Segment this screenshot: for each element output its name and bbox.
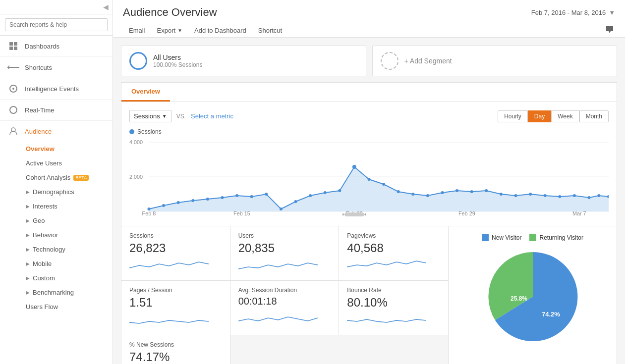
svg-point-29 (352, 165, 356, 169)
audience-sub-nav: Overview Active Users Cohort Analysis BE… (0, 142, 113, 314)
stat-session-duration-value: 00:01:18 (238, 296, 331, 307)
stats-and-pie: Sessions 26,823 Users 20,835 Pageviews 4… (121, 226, 617, 364)
chart-section: Sessions ▼ VS. Select a metric Hourly Da… (121, 102, 617, 226)
svg-rect-1 (14, 42, 17, 46)
sidebar-item-behavior[interactable]: ▶ Behavior (0, 228, 113, 242)
technology-label: Technology (33, 246, 65, 253)
sidebar-item-interests[interactable]: ▶ Interests (0, 199, 113, 213)
stat-pages-session-label: Pages / Session (129, 287, 222, 294)
search-input[interactable] (5, 18, 108, 31)
sidebar-item-users-flow[interactable]: Users Flow (0, 300, 113, 314)
svg-text:Mar 7: Mar 7 (572, 210, 586, 216)
email-button[interactable]: Email (123, 24, 151, 37)
svg-point-22 (250, 195, 253, 198)
users-flow-label: Users Flow (26, 303, 58, 311)
new-visitor-legend: New Visitor (482, 234, 521, 241)
svg-text:4,000: 4,000 (129, 139, 143, 145)
sidebar: ◀ Dashboards ⟵ Shortcuts Intelligence Ev… (0, 0, 113, 364)
all-users-name: All Users (153, 53, 202, 61)
svg-text:2,000: 2,000 (129, 174, 143, 180)
all-users-segment[interactable]: All Users 100.00% Sessions (121, 46, 366, 76)
add-to-dashboard-button[interactable]: Add to Dashboard (188, 24, 252, 37)
sidebar-item-custom[interactable]: ▶ Custom (0, 271, 113, 285)
svg-point-6 (10, 106, 17, 113)
sidebar-item-shortcuts[interactable]: ⟵ Shortcuts (0, 57, 113, 78)
svg-point-16 (162, 204, 165, 207)
demographics-arrow-icon: ▶ (26, 189, 30, 195)
bounce-rate-sparkline (347, 312, 426, 327)
svg-point-40 (514, 194, 517, 197)
stat-pageviews-label: Pageviews (347, 232, 440, 239)
sidebar-item-active-users[interactable]: Active Users (0, 156, 113, 170)
svg-point-46 (597, 194, 600, 197)
segment-bar: All Users 100.00% Sessions + Add Segment (121, 46, 617, 76)
real-time-icon (8, 104, 19, 115)
sidebar-item-real-time[interactable]: Real-Time (0, 100, 113, 121)
sidebar-item-intelligence-events[interactable]: Intelligence Events (0, 78, 113, 100)
returning-visitor-legend: Returning Visitor (529, 234, 583, 241)
behavior-label: Behavior (33, 231, 58, 239)
geo-arrow-icon: ▶ (26, 218, 30, 223)
session-duration-sparkline (238, 310, 318, 325)
sidebar-item-geo[interactable]: ▶ Geo (0, 213, 113, 228)
stat-pages-session: Pages / Session 1.51 (121, 281, 230, 335)
svg-point-44 (573, 194, 576, 197)
month-btn[interactable]: Month (579, 110, 609, 122)
shortcuts-icon: ⟵ (8, 62, 19, 73)
sidebar-item-demographics[interactable]: ▶ Demographics (0, 185, 113, 199)
custom-label: Custom (33, 274, 55, 282)
tab-bar: Overview (121, 82, 617, 102)
pie-legend: New Visitor Returning Visitor (482, 234, 583, 241)
sidebar-item-technology[interactable]: ▶ Technology (0, 242, 113, 257)
chart-wrapper: 4,000 2,000 (129, 137, 609, 218)
benchmarking-label: Benchmarking (33, 289, 74, 296)
date-range-selector[interactable]: Feb 7, 2016 - Mar 8, 2016 ▼ (531, 9, 615, 16)
add-segment[interactable]: + Add Segment (372, 46, 618, 76)
svg-point-18 (191, 199, 194, 202)
tab-overview[interactable]: Overview (121, 83, 170, 102)
sidebar-item-audience[interactable]: Audience (0, 121, 113, 142)
audience-icon (8, 126, 19, 137)
beta-badge: BETA (73, 175, 89, 181)
export-button[interactable]: Export ▼ (151, 24, 188, 37)
svg-point-31 (382, 183, 385, 186)
stat-new-sessions: % New Sessions 74.17% (121, 335, 230, 364)
page-title: Audience Overview (123, 6, 217, 19)
collapse-icon[interactable]: ◀ (103, 3, 109, 11)
stat-new-sessions-value: 74.17% (129, 350, 222, 364)
day-btn[interactable]: Day (528, 110, 551, 122)
sidebar-item-cohort-analysis[interactable]: Cohort Analysis BETA (0, 170, 113, 185)
svg-point-39 (500, 193, 503, 196)
sidebar-item-overview[interactable]: Overview (0, 142, 113, 156)
metric-select-arrow-icon: ▼ (162, 113, 167, 119)
overview-label: Overview (26, 145, 55, 153)
new-visitor-label: New Visitor (492, 234, 521, 241)
add-segment-label: + Add Segment (404, 57, 452, 65)
sidebar-item-dashboards[interactable]: Dashboards (0, 36, 113, 57)
date-range-text: Feb 7, 2016 - Mar 8, 2016 (531, 9, 606, 16)
svg-point-5 (12, 88, 14, 90)
sidebar-item-intelligence-events-label: Intelligence Events (25, 85, 79, 93)
hourly-btn[interactable]: Hourly (498, 110, 528, 122)
pageviews-sparkline (347, 258, 426, 273)
svg-point-23 (265, 193, 268, 196)
week-btn[interactable]: Week (551, 110, 579, 122)
sessions-legend: Sessions (129, 128, 609, 135)
pie-area: New Visitor Returning Visitor (449, 226, 617, 364)
all-users-pct: 100.00% Sessions (153, 61, 202, 68)
select-metric-link[interactable]: Select a metric (191, 112, 233, 120)
sidebar-item-audience-label: Audience (25, 128, 52, 135)
svg-point-42 (544, 194, 547, 197)
svg-rect-2 (9, 47, 13, 50)
sidebar-item-mobile[interactable]: ▶ Mobile (0, 257, 113, 271)
chart-controls: Sessions ▼ VS. Select a metric Hourly Da… (129, 110, 609, 122)
svg-point-24 (280, 208, 283, 210)
stat-sessions-value: 26,823 (129, 241, 222, 255)
svg-marker-8 (606, 26, 613, 33)
toolbar-help-icon[interactable] (604, 24, 615, 37)
shortcut-button[interactable]: Shortcut (252, 24, 288, 37)
svg-point-21 (235, 194, 238, 197)
metric-select[interactable]: Sessions ▼ (129, 110, 171, 122)
interests-arrow-icon: ▶ (26, 204, 30, 209)
sidebar-item-benchmarking[interactable]: ▶ Benchmarking (0, 285, 113, 300)
